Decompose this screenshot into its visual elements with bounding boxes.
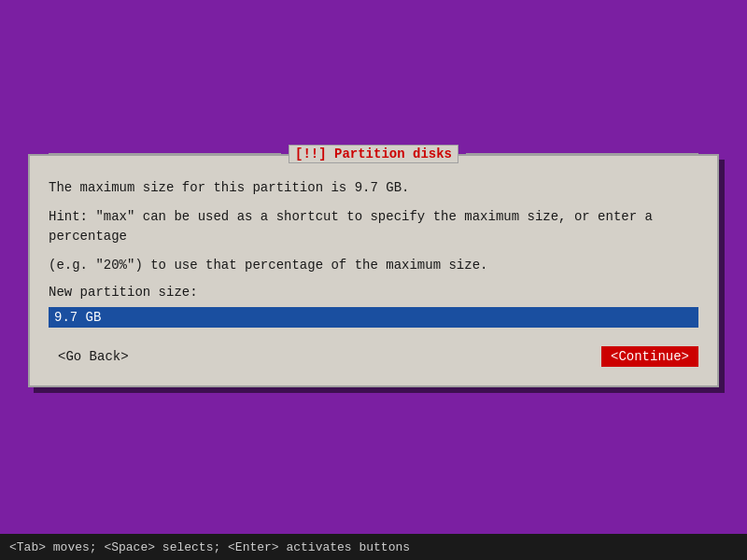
dialog: [!!] Partition disks The maximum size fo… bbox=[28, 154, 719, 387]
dialog-titlebar: [!!] Partition disks bbox=[30, 145, 717, 163]
dialog-line1: The maximum size for this partition is 9… bbox=[49, 178, 698, 198]
partition-size-label: New partition size: bbox=[49, 285, 698, 300]
status-bar: <Tab> moves; <Space> selects; <Enter> ac… bbox=[0, 534, 747, 560]
dialog-line3: (e.g. "20%") to use that percentage of t… bbox=[49, 256, 698, 275]
dialog-container: [!!] Partition disks The maximum size fo… bbox=[28, 154, 719, 387]
input-field-container bbox=[49, 307, 698, 328]
partition-size-input[interactable] bbox=[49, 307, 698, 328]
dialog-line2: Hint: "max" can be used as a shortcut to… bbox=[49, 207, 698, 246]
status-bar-text: <Tab> moves; <Space> selects; <Enter> ac… bbox=[9, 540, 410, 554]
continue-button[interactable]: <Continue> bbox=[601, 346, 698, 367]
dialog-content: The maximum size for this partition is 9… bbox=[30, 156, 717, 385]
dialog-title: [!!] Partition disks bbox=[289, 145, 458, 163]
buttons-row: <Go Back> <Continue> bbox=[49, 343, 698, 371]
go-back-button[interactable]: <Go Back> bbox=[49, 346, 138, 367]
